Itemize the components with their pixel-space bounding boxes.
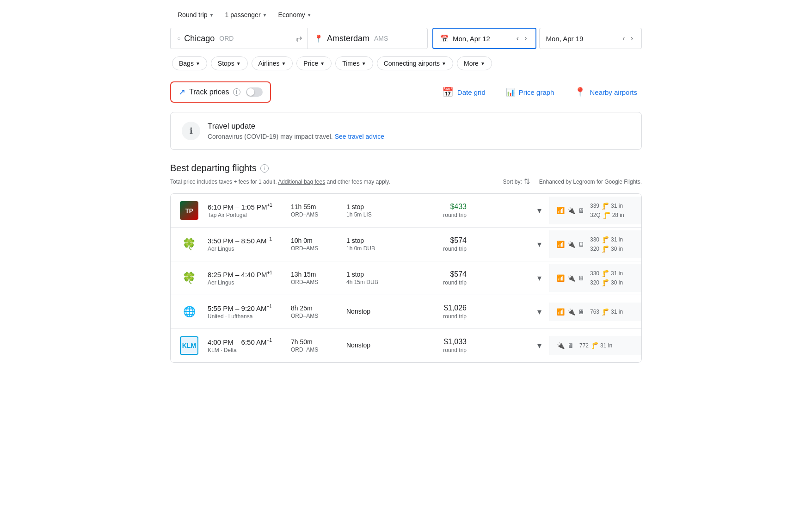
filter-more-label: More <box>464 60 479 67</box>
price-type: round trip <box>411 212 467 218</box>
filter-bags[interactable]: Bags ▼ <box>172 56 207 70</box>
nearby-airports-icon: 📍 <box>574 87 586 98</box>
filter-times[interactable]: Times ▼ <box>335 56 373 70</box>
flight-extras: 📶 🔌 🖥 330 🦵 31 in 320 🦵 30 <box>549 230 641 258</box>
return-date-next-button[interactable]: › <box>629 33 635 43</box>
track-prices-label: Track prices <box>189 88 229 96</box>
stops-text: Nonstop <box>346 341 402 349</box>
seat-row: 320 🦵 30 in <box>590 279 623 286</box>
filter-more[interactable]: More ▼ <box>457 56 492 70</box>
flight-stops: 1 stop 4h 15m DUB <box>346 271 402 285</box>
flight-row[interactable]: 🍀 3:50 PM – 8:50 AM+1 Aer Lingus 10h 0m … <box>171 228 641 261</box>
depart-date-field[interactable]: 📅 Mon, Apr 12 ‹ › <box>432 28 536 49</box>
filter-connecting-chevron: ▼ <box>442 61 446 66</box>
flight-stops: 1 stop 1h 0m DUB <box>346 237 402 252</box>
class-dropdown[interactable]: Economy ▼ <box>275 9 314 20</box>
search-bar: ○ Chicago ORD ⇄ 📍 Amsterdam AMS 📅 Mon, A… <box>170 28 642 49</box>
airline-logo: 🌐 <box>180 303 198 321</box>
trip-type-dropdown[interactable]: Round trip ▼ <box>175 9 217 20</box>
flight-stops: 1 stop 1h 5m LIS <box>346 203 402 218</box>
legroom-value: 31 in <box>611 270 623 277</box>
date-nav: ‹ › <box>515 33 529 43</box>
route-text: ORD–AMS <box>291 211 337 218</box>
filter-price[interactable]: Price ▼ <box>296 56 332 70</box>
origin-icon: ○ <box>177 35 180 42</box>
flight-extras: 📶 🔌 🖥 330 🦵 31 in 320 🦵 30 <box>549 264 641 292</box>
flight-duration: 13h 15m ORD–AMS <box>291 271 337 285</box>
swap-button[interactable]: ⇄ <box>290 28 307 49</box>
expand-button[interactable]: ▾ <box>530 202 549 219</box>
flight-row[interactable]: KLM 4:00 PM – 6:50 AM+1 KLM · Delta 7h 5… <box>171 329 641 362</box>
filter-airlines[interactable]: Airlines ▼ <box>252 56 293 70</box>
price-amount: $1,026 <box>411 304 467 312</box>
route-text: ORD–AMS <box>291 346 337 353</box>
airline-logo: TP <box>180 201 198 220</box>
track-prices-info-icon: i <box>233 88 240 96</box>
time-range: 3:50 PM – 8:50 AM+1 <box>208 236 282 245</box>
depart-date-label: Mon, Apr 12 <box>453 35 490 43</box>
travel-update-content: Travel update Coronavirus (COVID-19) may… <box>208 122 384 140</box>
destination-field[interactable]: 📍 Amsterdam AMS <box>307 28 428 49</box>
price-type: round trip <box>411 279 467 286</box>
subtitle-text: Total price includes taxes + fees for 1 … <box>170 179 390 185</box>
filter-price-chevron: ▼ <box>320 61 325 66</box>
seat-number: 339 <box>590 203 599 209</box>
legroom-icon: 🦵 <box>603 211 610 219</box>
expand-button[interactable]: ▾ <box>530 337 549 354</box>
power-icon: 🔌 <box>557 342 565 349</box>
expand-button[interactable]: ▾ <box>530 269 549 287</box>
legroom-icon: 🦵 <box>601 270 609 277</box>
calendar-icon: 📅 <box>440 34 449 43</box>
filter-stops-label: Stops <box>218 60 234 67</box>
flight-times: 8:25 PM – 4:40 PM+1 Aer Lingus <box>208 270 282 286</box>
filter-connecting[interactable]: Connecting airports ▼ <box>377 56 453 70</box>
time-range: 5:55 PM – 9:20 AM+1 <box>208 304 282 312</box>
flight-price: $1,033 round trip <box>411 338 467 353</box>
filter-bags-label: Bags <box>179 60 194 67</box>
flight-row[interactable]: TP 6:10 PM – 1:05 PM+1 Tap Air Portugal … <box>171 194 641 228</box>
duration-text: 11h 55m <box>291 203 337 210</box>
passengers-dropdown[interactable]: 1 passenger ▼ <box>222 9 270 20</box>
legroom-icon: 🦵 <box>601 245 609 253</box>
sort-button[interactable]: ⇅ <box>524 177 530 186</box>
track-prices-toggle[interactable] <box>246 87 263 97</box>
passengers-chevron: ▼ <box>263 12 267 18</box>
flight-row[interactable]: 🌐 5:55 PM – 9:20 AM+1 United · Lufthansa… <box>171 295 641 329</box>
return-date-field[interactable]: Mon, Apr 19 ‹ › <box>539 28 642 49</box>
legroom-value: 30 in <box>611 279 623 286</box>
nearby-airports-button[interactable]: 📍 Nearby airports <box>570 84 642 100</box>
airline-logo: 🍀 <box>180 269 198 287</box>
date-prev-button[interactable]: ‹ <box>515 33 521 43</box>
expand-button[interactable]: ▾ <box>530 235 549 253</box>
track-prices-box[interactable]: ↗ Track prices i <box>170 81 271 103</box>
passengers-label: 1 passenger <box>225 11 261 19</box>
return-date-nav: ‹ › <box>621 33 635 43</box>
seat-row: 320 🦵 30 in <box>590 245 623 253</box>
flight-main: 🍀 3:50 PM – 8:50 AM+1 Aer Lingus 10h 0m … <box>171 228 530 261</box>
date-next-button[interactable]: › <box>523 33 529 43</box>
travel-advice-link[interactable]: See travel advice <box>335 133 384 140</box>
travel-update-icon: ℹ <box>182 122 200 140</box>
track-view-row: ↗ Track prices i 📅 Date grid 📊 Price gra… <box>170 81 642 103</box>
extras-seat-col: 339 🦵 31 in 32Q 🦵 28 in <box>590 202 624 219</box>
airline-logo: KLM <box>180 336 198 355</box>
date-grid-button[interactable]: 📅 Date grid <box>437 84 490 100</box>
seat-row: 339 🦵 31 in <box>590 202 624 210</box>
origin-field[interactable]: ○ Chicago ORD <box>170 28 290 49</box>
expand-button[interactable]: ▾ <box>530 303 549 321</box>
legroom-value: 31 in <box>611 309 623 315</box>
trip-type-label: Round trip <box>178 11 208 19</box>
flight-row[interactable]: 🍀 8:25 PM – 4:40 PM+1 Aer Lingus 13h 15m… <box>171 261 641 295</box>
stops-text: 1 stop <box>346 203 402 210</box>
airline-logo: 🍀 <box>180 235 198 254</box>
seat-number: 320 <box>590 279 599 286</box>
section-title: Best departing flights i <box>170 163 642 173</box>
return-date-prev-button[interactable]: ‹ <box>621 33 627 43</box>
legroom-icon: 🦵 <box>601 308 609 315</box>
filter-stops[interactable]: Stops ▼ <box>211 56 248 70</box>
flight-price: $574 round trip <box>411 270 467 286</box>
flight-duration: 7h 50m ORD–AMS <box>291 338 337 353</box>
price-graph-button[interactable]: 📊 Price graph <box>501 85 559 99</box>
trip-type-chevron: ▼ <box>209 12 214 18</box>
route-text: ORD–AMS <box>291 313 337 319</box>
